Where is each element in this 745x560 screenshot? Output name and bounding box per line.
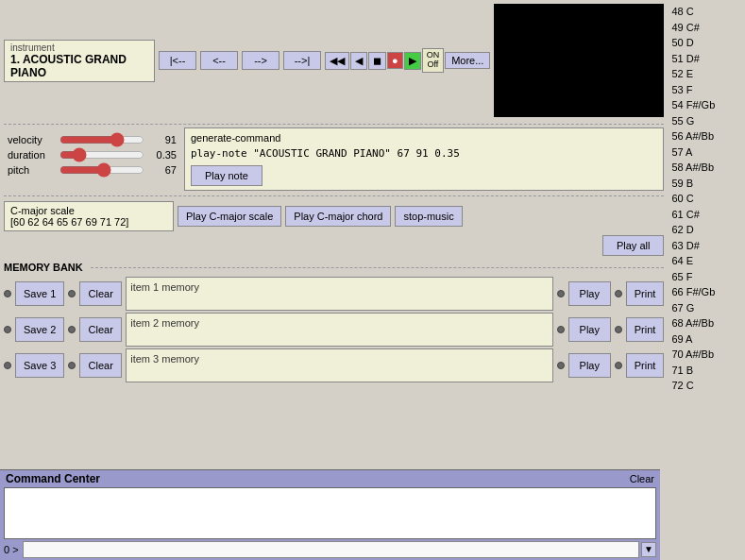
memory-dot-play-1 <box>557 290 565 297</box>
note-list-item[interactable]: 56 A#/Bb <box>669 128 743 144</box>
save-1-btn[interactable]: Save 1 <box>15 281 64 306</box>
clear-3-btn[interactable]: Clear <box>79 353 122 378</box>
memory-dot-play-2 <box>557 326 565 333</box>
play-scale-btn[interactable]: Play C-major scale <box>178 206 281 227</box>
note-list-item[interactable]: 59 B <box>669 176 743 192</box>
note-list-item[interactable]: 50 D <box>669 35 743 51</box>
note-list-item[interactable]: 57 A <box>669 144 743 161</box>
note-list-item[interactable]: 53 F <box>669 82 743 98</box>
memory-bank-header: MEMORY BANK <box>4 262 664 273</box>
duration-slider[interactable] <box>59 148 144 161</box>
duration-value: 0.35 <box>148 149 177 161</box>
nav-begin-btn[interactable]: |<-- <box>159 51 196 70</box>
note-list-item[interactable]: 62 D <box>669 222 743 238</box>
note-list-item[interactable]: 58 A#/Bb <box>669 160 743 176</box>
scale-title: C-major scale <box>10 205 167 216</box>
instrument-name: 1. ACOUSTIC GRAND PIANO <box>10 53 148 79</box>
memory-dot-save-2 <box>4 326 11 333</box>
memory-dot-clear-1 <box>68 290 76 297</box>
command-center-title: Command Center <box>6 472 100 485</box>
note-list-item[interactable]: 60 C <box>669 191 743 207</box>
generate-command-title: generate-command <box>191 132 657 144</box>
mem-print-1-btn[interactable]: Print <box>626 281 665 306</box>
stop-music-btn[interactable]: stop-music <box>395 206 462 227</box>
note-list-item[interactable]: 51 D# <box>669 51 743 67</box>
pitch-label: pitch <box>8 164 59 176</box>
back-btn[interactable]: ◀ <box>350 52 367 70</box>
memory-input-1[interactable]: item 1 memory <box>126 277 553 311</box>
divider-1 <box>4 124 664 125</box>
memory-dot-clear-2 <box>68 326 76 333</box>
on-off-btn[interactable]: ONOff <box>422 48 445 73</box>
command-scroll-btn[interactable]: ▼ <box>641 542 656 557</box>
note-list-item[interactable]: 55 G <box>669 113 743 129</box>
instrument-label: instrument <box>10 42 148 53</box>
save-3-btn[interactable]: Save 3 <box>15 353 64 378</box>
velocity-slider[interactable] <box>59 133 144 146</box>
note-list-item[interactable]: 48 C <box>669 4 743 20</box>
note-list-item[interactable]: 65 F <box>669 269 743 285</box>
memory-input-3[interactable]: item 3 memory <box>126 348 553 382</box>
memory-dot-save-3 <box>4 362 11 369</box>
clear-2-btn[interactable]: Clear <box>79 317 122 342</box>
mem-play-3-btn[interactable]: Play <box>568 353 611 378</box>
mem-play-1-btn[interactable]: Play <box>568 281 611 306</box>
note-list-item[interactable]: 61 C# <box>669 207 743 223</box>
play-chord-btn[interactable]: Play C-major chord <box>285 206 391 227</box>
note-list-item[interactable]: 71 B <box>669 363 743 379</box>
note-list-item[interactable]: 69 A <box>669 331 743 348</box>
divider-2 <box>4 195 664 196</box>
generate-command-text: play-note "ACOUSTIC GRAND PIANO" 67 91 0… <box>191 147 657 160</box>
memory-dot-print-3 <box>615 362 622 369</box>
pitch-row: pitch 67 <box>8 163 177 177</box>
more-btn[interactable]: More... <box>445 52 490 69</box>
note-list-item[interactable]: 66 F#/Gb <box>669 284 743 300</box>
display-screen <box>494 4 664 117</box>
command-input[interactable] <box>23 541 639 558</box>
nav-end-btn[interactable]: -->| <box>283 51 321 70</box>
scale-box: C-major scale [60 62 64 65 67 69 71 72] <box>4 201 174 231</box>
play-all-btn[interactable]: Play all <box>602 235 664 256</box>
rewind-btn[interactable]: ◀◀ <box>325 52 349 70</box>
pitch-value: 67 <box>148 164 177 176</box>
generate-command-box: generate-command play-note "ACOUSTIC GRA… <box>184 127 664 191</box>
mem-print-3-btn[interactable]: Print <box>626 353 665 378</box>
transport-area: ◀◀ ◀ ◼ ● ▶ ONOff More... <box>325 48 490 73</box>
play-note-btn[interactable]: Play note <box>191 165 262 186</box>
stop-btn[interactable]: ◼ <box>368 52 386 70</box>
pitch-slider[interactable] <box>59 163 144 177</box>
mem-play-2-btn[interactable]: Play <box>568 317 611 342</box>
memory-row-1: Save 1 Clear item 1 memory Play Print <box>4 277 664 311</box>
note-list-item[interactable]: 70 A#/Bb <box>669 347 743 363</box>
command-center-header: Command Center Clear <box>0 470 660 487</box>
command-center-clear-btn[interactable]: Clear <box>630 473 654 484</box>
nav-back-btn[interactable]: <-- <box>200 51 238 70</box>
memory-dot-play-3 <box>557 362 565 369</box>
record-btn[interactable]: ● <box>387 52 403 69</box>
memory-row-2: Save 2 Clear item 2 memory Play Print <box>4 313 664 347</box>
note-list-item[interactable]: 68 A#/Bb <box>669 315 743 331</box>
save-2-btn[interactable]: Save 2 <box>15 317 64 342</box>
note-list-item[interactable]: 64 E <box>669 253 743 269</box>
memory-dot-print-2 <box>615 326 622 333</box>
memory-bank-label: MEMORY BANK <box>4 262 83 273</box>
memory-dot-save-1 <box>4 290 11 297</box>
velocity-row: velocity 91 <box>8 133 177 146</box>
note-list-item[interactable]: 52 E <box>669 66 743 82</box>
note-list-item[interactable]: 67 G <box>669 300 743 316</box>
note-list-item[interactable]: 63 D# <box>669 238 743 254</box>
note-list-item[interactable]: 54 F#/Gb <box>669 97 743 113</box>
duration-row: duration 0.35 <box>8 148 177 161</box>
memory-rows: Save 1 Clear item 1 memory Play Print Sa… <box>4 275 664 384</box>
nav-fwd-btn[interactable]: --> <box>242 51 279 70</box>
memory-input-2[interactable]: item 2 memory <box>126 313 553 347</box>
note-list-item[interactable]: 49 C# <box>669 20 743 36</box>
mem-print-2-btn[interactable]: Print <box>626 317 665 342</box>
memory-divider <box>91 267 665 268</box>
note-list-item[interactable]: 72 C <box>669 378 743 394</box>
sliders-panel: velocity 91 duration 0.35 pitch 67 <box>4 127 180 191</box>
clear-1-btn[interactable]: Clear <box>79 281 122 306</box>
play-all-row: Play all <box>4 235 664 256</box>
play-btn[interactable]: ▶ <box>404 52 421 70</box>
command-center: Command Center Clear 0 > ▼ <box>0 469 660 560</box>
